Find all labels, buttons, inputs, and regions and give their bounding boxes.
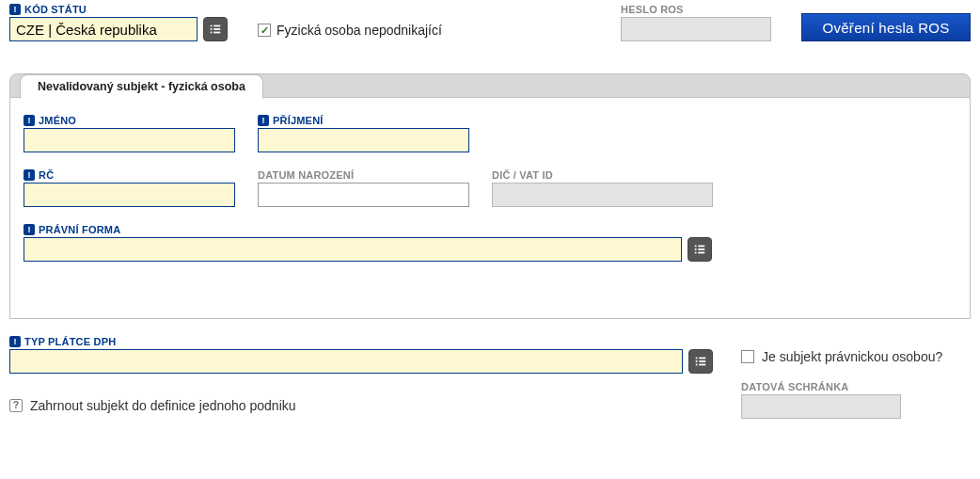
pravni-forma-label: ! PRÁVNÍ FORMA <box>24 224 956 235</box>
rc-input[interactable] <box>24 183 235 207</box>
fyzicka-osoba-checkbox[interactable]: ✓ <box>258 24 271 37</box>
zahrnout-label: Zahrnout subjekt do definice jednoho pod… <box>30 398 296 413</box>
rc-field: ! RČ <box>24 169 235 207</box>
svg-rect-8 <box>695 248 697 250</box>
required-icon: ! <box>24 115 35 126</box>
svg-rect-5 <box>213 32 220 34</box>
heslo-ros-input[interactable] <box>621 17 771 41</box>
svg-rect-6 <box>695 246 697 247</box>
je-pravnicka-label: Je subjekt právnickou osobou? <box>762 349 942 364</box>
dic-field: DIČ / VAT ID <box>492 169 713 207</box>
pravni-forma-picker-button[interactable] <box>688 237 712 262</box>
svg-rect-11 <box>698 252 704 254</box>
rc-label: ! RČ <box>24 169 235 181</box>
pravni-forma-input[interactable] <box>24 237 682 262</box>
list-icon <box>693 243 706 256</box>
prijmeni-input[interactable] <box>258 128 469 152</box>
required-icon: ! <box>9 336 21 347</box>
required-icon: ! <box>9 4 21 15</box>
dic-input[interactable] <box>492 183 713 207</box>
svg-rect-3 <box>213 28 220 30</box>
pravni-forma-field: ! PRÁVNÍ FORMA <box>24 224 956 262</box>
svg-rect-4 <box>211 32 213 34</box>
help-icon[interactable]: ? <box>9 399 23 412</box>
typ-platce-label: ! TYP PLÁTCE DPH <box>9 336 713 347</box>
fyzicka-osoba-label: Fyzická osoba nepodnikající <box>277 23 442 38</box>
jmeno-field: ! JMÉNO <box>24 115 235 152</box>
overeni-hesla-button[interactable]: Ověření hesla ROS <box>801 13 971 41</box>
datova-schranka-field: DATOVÁ SCHRÁNKA <box>741 381 971 419</box>
tab-nevalidovany-subjekt[interactable]: Nevalidovaný subjekt - fyzická osoba <box>20 74 263 99</box>
datum-narozeni-field: DATUM NAROZENÍ <box>258 169 469 207</box>
kod-statu-field: ! KÓD STÁTU <box>9 4 228 41</box>
svg-rect-7 <box>698 246 704 247</box>
svg-rect-1 <box>213 25 220 27</box>
svg-rect-12 <box>696 358 698 359</box>
typ-platce-picker-button[interactable] <box>688 349 713 374</box>
svg-rect-15 <box>699 360 705 362</box>
heslo-ros-label: HESLO ROS <box>621 4 771 15</box>
svg-rect-17 <box>699 364 705 366</box>
zahrnout-row: ? Zahrnout subjekt do definice jednoho p… <box>9 398 713 413</box>
tab-strip: Nevalidovaný subjekt - fyzická osoba <box>9 73 971 98</box>
list-icon <box>694 355 707 368</box>
kod-statu-label: ! KÓD STÁTU <box>9 4 228 15</box>
svg-rect-14 <box>696 360 698 362</box>
list-icon <box>209 23 222 36</box>
typ-platce-input[interactable] <box>9 349 683 374</box>
required-icon: ! <box>24 169 35 181</box>
datova-schranka-input[interactable] <box>741 394 901 419</box>
prijmeni-label: ! PŘÍJMENÍ <box>258 115 469 126</box>
jmeno-input[interactable] <box>24 128 235 152</box>
heslo-ros-field: HESLO ROS <box>621 4 771 41</box>
kod-statu-picker-button[interactable] <box>203 17 228 41</box>
kod-statu-input[interactable] <box>9 17 198 41</box>
datum-narozeni-label: DATUM NAROZENÍ <box>258 169 469 181</box>
svg-rect-10 <box>695 252 697 254</box>
je-pravnicka-checkbox[interactable]: ✓ <box>741 350 754 363</box>
required-icon: ! <box>258 115 269 126</box>
svg-rect-2 <box>211 28 213 30</box>
fyzicka-osoba-checkbox-row: ✓ Fyzická osoba nepodnikající <box>258 23 442 38</box>
dic-label: DIČ / VAT ID <box>492 169 713 181</box>
jmeno-label: ! JMÉNO <box>24 115 235 126</box>
prijmeni-field: ! PŘÍJMENÍ <box>258 115 469 152</box>
datova-schranka-label: DATOVÁ SCHRÁNKA <box>741 381 971 392</box>
form-panel: ! JMÉNO ! PŘÍJMENÍ ! RČ DATUM NAROZENÍ <box>9 98 971 319</box>
je-pravnicka-row: ✓ Je subjekt právnickou osobou? <box>741 349 971 364</box>
svg-rect-13 <box>699 358 705 359</box>
svg-rect-0 <box>211 25 213 27</box>
svg-rect-9 <box>698 248 704 250</box>
typ-platce-field: ! TYP PLÁTCE DPH <box>9 336 713 374</box>
datum-narozeni-input[interactable] <box>258 183 469 207</box>
required-icon: ! <box>24 224 35 235</box>
svg-rect-16 <box>696 364 698 366</box>
